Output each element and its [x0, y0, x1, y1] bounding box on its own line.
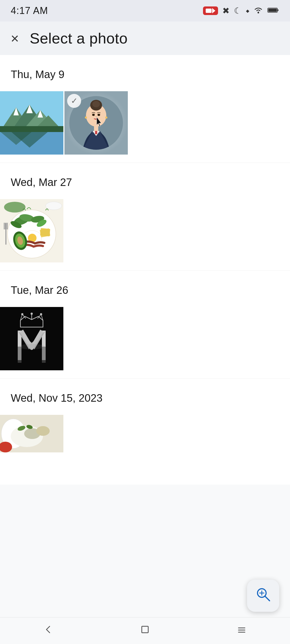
- wifi-icon: [253, 6, 263, 16]
- photo-item-partial[interactable]: [0, 415, 63, 452]
- date-label-wed-nov15: Wed, Nov 15, 2023: [11, 392, 279, 404]
- close-button[interactable]: ×: [11, 31, 19, 45]
- record-icon: [203, 6, 218, 15]
- svg-rect-5: [277, 9, 278, 11]
- photo-item-m-letter[interactable]: [0, 307, 63, 370]
- section-tue-mar26: Tue, Mar 26: [0, 271, 290, 307]
- svg-marker-1: [212, 8, 215, 13]
- page-title: Select a photo: [30, 30, 128, 47]
- date-label-wed-mar27: Wed, Mar 27: [11, 176, 279, 188]
- photo-grid-wed-mar27: [0, 199, 290, 270]
- photo-partial-svg: [0, 415, 63, 452]
- svg-point-24: [92, 114, 95, 116]
- svg-point-55: [31, 313, 33, 315]
- photo-grid-tue-mar26: [0, 307, 290, 378]
- svg-point-50: [4, 202, 26, 213]
- svg-rect-28: [94, 126, 98, 131]
- signal-dot-icon: ◆: [246, 8, 249, 13]
- svg-rect-48: [6, 223, 7, 229]
- svg-point-53: [21, 313, 23, 315]
- fab-container: [247, 580, 279, 612]
- section-wed-nov15: Wed, Nov 15, 2023: [0, 379, 290, 415]
- photo-mountain-svg: [0, 91, 63, 155]
- svg-rect-46: [4, 223, 5, 229]
- svg-rect-44: [40, 228, 50, 236]
- photo-food-svg: [0, 199, 63, 262]
- status-time: 4:17 AM: [11, 5, 48, 16]
- svg-point-23: [92, 101, 100, 107]
- menu-nav-button[interactable]: [231, 619, 252, 643]
- section-wed-mar27: Wed, Mar 27: [0, 163, 290, 199]
- svg-line-70: [265, 596, 270, 601]
- svg-point-60: [18, 344, 45, 349]
- photo-grid-thu-may9: ✓: [0, 91, 290, 163]
- battery-icon: [267, 7, 279, 14]
- bluetooth-icon: ✖: [222, 6, 230, 16]
- status-bar: 4:17 AM ✖ ☾ ◆: [0, 0, 290, 21]
- photo-item-food[interactable]: [0, 199, 63, 262]
- date-label-thu-may9: Thu, May 9: [11, 68, 279, 80]
- app-bar: × Select a photo: [0, 21, 290, 55]
- back-nav-button[interactable]: [38, 619, 59, 643]
- svg-point-27: [105, 116, 107, 119]
- zoom-fab-button[interactable]: [247, 580, 279, 612]
- svg-rect-0: [206, 9, 212, 13]
- photo-grid-wed-nov15: [0, 415, 290, 485]
- svg-point-2: [258, 12, 259, 13]
- svg-rect-59: [42, 347, 46, 363]
- svg-rect-58: [18, 347, 21, 363]
- svg-rect-49: [7, 223, 8, 229]
- svg-rect-4: [268, 9, 277, 12]
- svg-rect-17: [0, 126, 63, 132]
- photo-item-mountain[interactable]: [0, 91, 63, 155]
- svg-point-51: [46, 202, 62, 210]
- status-icons: ✖ ☾ ◆: [203, 6, 279, 16]
- svg-point-25: [97, 114, 100, 116]
- photo-content: Thu, May 9: [0, 55, 290, 485]
- photo-item-avatar[interactable]: ✓: [64, 91, 128, 155]
- svg-rect-47: [5, 223, 6, 229]
- moon-icon: ☾: [234, 6, 242, 16]
- date-label-tue-mar26: Tue, Mar 26: [11, 284, 279, 296]
- svg-point-54: [40, 313, 42, 315]
- photo-selected-check: ✓: [67, 94, 81, 108]
- home-nav-button[interactable]: [134, 619, 156, 643]
- zoom-icon: [255, 586, 271, 605]
- svg-rect-73: [142, 626, 148, 633]
- svg-point-66: [36, 426, 50, 436]
- svg-point-26: [85, 116, 87, 119]
- section-thu-may9: Thu, May 9: [0, 55, 290, 91]
- photo-m-letter-svg: [0, 307, 63, 370]
- bottom-nav: [0, 617, 290, 644]
- svg-rect-29: [95, 131, 97, 134]
